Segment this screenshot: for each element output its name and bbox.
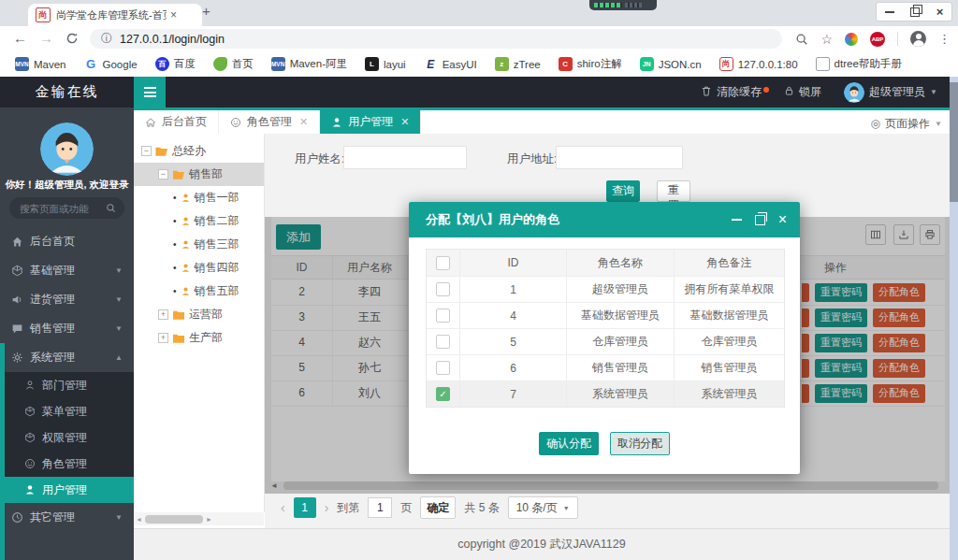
sidebar-item-user-mgmt[interactable]: 用户管理	[0, 477, 134, 503]
bookmark-localhost[interactable]: 尚127.0.0.1:80	[719, 57, 798, 71]
username-filter-input[interactable]	[343, 146, 467, 169]
clear-cache-button[interactable]: 清除缓存	[701, 84, 762, 100]
tab-user-mgmt[interactable]: 用户管理 ✕	[320, 110, 421, 134]
tree-node-root[interactable]: − 总经办	[134, 139, 264, 163]
bookmark-layui[interactable]: Llayui	[365, 57, 406, 71]
sidebar-item-purchase-mgmt[interactable]: 进货管理▼	[0, 285, 134, 314]
goto-page-input[interactable]	[368, 497, 392, 518]
row-checkbox[interactable]	[436, 335, 450, 349]
tree-horizontal-scrollbar[interactable]: ◄ ►	[134, 512, 264, 525]
reload-icon[interactable]	[65, 32, 79, 48]
browser-menu-icon[interactable]: ⋮	[938, 32, 951, 46]
tree-node-sales-2[interactable]: • 销售二部	[134, 209, 264, 233]
scroll-left-icon[interactable]: ◄	[136, 516, 142, 523]
current-page-button[interactable]: 1	[294, 497, 316, 518]
tree-node-operations-dept[interactable]: + 运营部	[134, 303, 264, 326]
next-page-icon[interactable]: ›	[325, 500, 329, 515]
maximize-icon[interactable]	[755, 215, 765, 225]
row-checkbox[interactable]	[436, 309, 450, 323]
expand-icon[interactable]: +	[158, 309, 168, 320]
page-operations-dropdown[interactable]: ◎ 页面操作 ▼	[871, 113, 942, 134]
browser-tab[interactable]: 尚 尚学堂仓库管理系统-首页 ×	[28, 4, 202, 26]
expand-icon[interactable]: +	[158, 333, 168, 343]
tree-node-sales-4[interactable]: • 销售四部	[134, 256, 264, 280]
window-close-icon[interactable]: ×	[936, 6, 944, 18]
confirm-assign-button[interactable]: 确认分配	[539, 432, 599, 455]
bookmark-dtree-help[interactable]: dtree帮助手册	[816, 57, 902, 71]
sidebar-item-role-mgmt[interactable]: 角色管理	[0, 451, 134, 477]
prev-page-icon[interactable]: ‹	[281, 500, 285, 515]
role-row-selected[interactable]: ✓ 7 系统管理员 系统管理员	[427, 381, 784, 407]
new-tab-button[interactable]: +	[202, 3, 210, 19]
tab-close-icon[interactable]: ×	[170, 8, 177, 22]
sidebar-item-dept-mgmt[interactable]: 部门管理	[0, 372, 134, 398]
lock-screen-button[interactable]: 锁屏	[784, 84, 821, 100]
bookmark-ztree[interactable]: zzTree	[495, 57, 541, 71]
bookmark-baidu[interactable]: 百百度	[155, 57, 196, 71]
window-restore-icon[interactable]	[910, 7, 920, 17]
page-size-select[interactable]: 10 条/页 ▼	[508, 496, 578, 519]
tab-role-mgmt[interactable]: 角色管理 ✕	[219, 110, 320, 134]
cancel-assign-button[interactable]: 取消分配	[610, 432, 670, 455]
bookmark-homepage[interactable]: 首页	[213, 57, 254, 71]
member-icon	[181, 239, 191, 250]
extension-color-wheel-icon[interactable]	[845, 33, 858, 46]
close-icon[interactable]: ✕	[299, 116, 308, 128]
collapse-icon[interactable]: −	[141, 146, 152, 156]
sidebar-item-other-mgmt[interactable]: 其它管理▼	[0, 503, 134, 532]
tab-home[interactable]: 后台首页	[134, 110, 219, 134]
sidebar-item-system-mgmt[interactable]: 系统管理▲	[0, 343, 134, 372]
close-icon[interactable]: ✕	[400, 116, 409, 128]
sidebar-item-sales-mgmt[interactable]: 销售管理▼	[0, 314, 134, 343]
bookmark-easyui[interactable]: EEasyUI	[424, 57, 477, 71]
window-minimize-icon[interactable]	[885, 11, 894, 13]
tree-node-sales-3[interactable]: • 销售三部	[134, 233, 264, 256]
hamburger-menu-button[interactable]	[134, 77, 166, 108]
row-checkbox[interactable]	[436, 282, 450, 296]
scrollbar-thumb[interactable]	[145, 515, 203, 524]
profile-icon[interactable]	[910, 31, 926, 47]
tree-node-sales-1[interactable]: • 销售一部	[134, 186, 264, 209]
tree-node-production-dept[interactable]: + 生产部	[134, 326, 264, 350]
sidebar-search-input[interactable]	[18, 202, 106, 215]
bookmark-maven[interactable]: MVNMaven	[15, 57, 66, 71]
zoom-icon[interactable]	[795, 33, 808, 46]
role-row[interactable]: 4 基础数据管理员 基础数据管理员	[427, 303, 784, 329]
sidebar-item-base-mgmt[interactable]: 基础管理▼	[0, 256, 134, 285]
vertical-scrollbar[interactable]	[950, 77, 958, 560]
bookmark-json[interactable]: JNJSON.cn	[640, 57, 702, 71]
tree-node-sales-5[interactable]: • 销售五部	[134, 280, 264, 303]
row-checkbox-checked[interactable]: ✓	[436, 387, 450, 401]
page-info-icon[interactable]: ⓘ	[101, 31, 112, 47]
back-icon[interactable]: ←	[13, 30, 27, 46]
address-filter-input[interactable]	[556, 146, 683, 169]
sidebar-search[interactable]	[9, 197, 124, 219]
tree-node-sales-dept[interactable]: − 销售部	[134, 163, 264, 186]
scroll-right-icon[interactable]: ►	[206, 516, 212, 523]
sidebar-item-home[interactable]: 后台首页	[0, 227, 134, 256]
bookmark-star-icon[interactable]: ☆	[820, 32, 833, 47]
sidebar-item-menu-mgmt[interactable]: 菜单管理	[0, 398, 134, 424]
adblock-icon[interactable]: ABP	[870, 32, 885, 47]
role-row[interactable]: 6 销售管理员 销售管理员	[427, 355, 784, 381]
search-button[interactable]: 查询	[606, 180, 640, 202]
app-logo[interactable]: 金输在线	[0, 77, 134, 108]
bookmark-maven-ali[interactable]: MVNMaven-阿里	[271, 57, 347, 71]
forward-icon[interactable]: →	[39, 30, 53, 46]
sidebar-item-perm-mgmt[interactable]: 权限管理	[0, 424, 134, 451]
row-checkbox[interactable]	[436, 361, 450, 375]
modal-header[interactable]: 分配【刘八】用户的角色 ×	[409, 202, 800, 237]
close-icon[interactable]: ×	[778, 212, 787, 227]
reset-button[interactable]: 重置	[657, 180, 690, 202]
minimize-icon[interactable]	[732, 219, 742, 221]
scrollbar-thumb[interactable]	[950, 82, 958, 202]
user-menu[interactable]: 超级管理员 ▼	[844, 82, 937, 103]
address-bar[interactable]: ⓘ 127.0.0.1/login/login	[90, 29, 782, 49]
bookmark-google[interactable]: GGoogle	[84, 57, 138, 71]
role-row[interactable]: 5 仓库管理员 仓库管理员	[427, 329, 784, 355]
goto-confirm-button[interactable]: 确定	[420, 496, 456, 519]
collapse-icon[interactable]: −	[158, 169, 168, 179]
role-row[interactable]: 1 超级管理员 拥有所有菜单权限	[427, 277, 784, 303]
select-all-checkbox[interactable]	[436, 256, 450, 270]
bookmark-shiro[interactable]: Cshiro注解	[559, 57, 622, 71]
